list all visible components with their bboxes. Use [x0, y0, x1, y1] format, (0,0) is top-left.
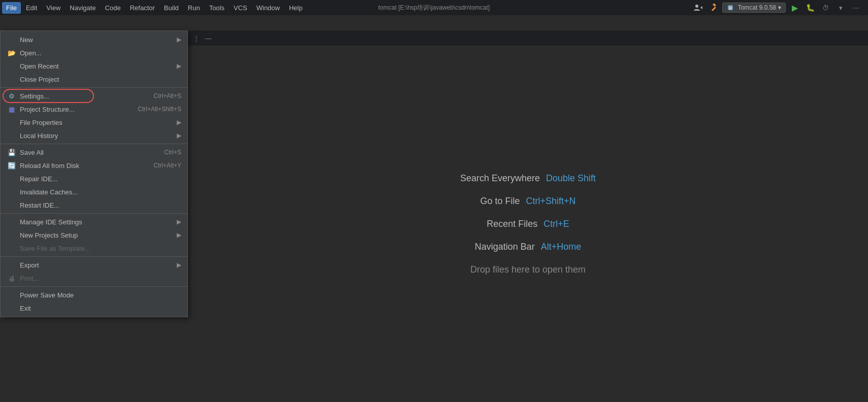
tabs-more-button[interactable]: ⋮ — [190, 32, 202, 44]
reload-shortcut: Ctrl+Alt+Y — [153, 162, 181, 169]
menu-navigate[interactable]: Navigate — [66, 2, 100, 14]
project-structure-shortcut: Ctrl+Alt+Shift+S — [138, 106, 181, 113]
menu-item-new-projects-setup[interactable]: New Projects Setup ▶ — [1, 228, 187, 242]
file-menu-dropdown: New ▶ 📂 Open... Open Recent ▶ Close Proj… — [0, 30, 188, 317]
menu-item-reload[interactable]: 🔄 Reload All from Disk Ctrl+Alt+Y — [1, 159, 187, 172]
menu-item-power-save-label: Power Save Mode — [20, 291, 181, 299]
save-icon: 💾 — [7, 149, 17, 156]
hint-nav-label: Navigation Bar — [475, 242, 535, 252]
menu-item-power-save[interactable]: Power Save Mode — [1, 288, 187, 302]
main-area: New ▶ 📂 Open... Open Recent ▶ Close Proj… — [0, 15, 868, 402]
folder-open-icon: 📂 — [7, 49, 17, 57]
menu-item-exit[interactable]: Exit — [1, 302, 187, 315]
menu-item-save-all[interactable]: 💾 Save All Ctrl+S — [1, 146, 187, 159]
menu-help[interactable]: Help — [285, 2, 307, 14]
menu-item-local-history[interactable]: Local History ▶ — [1, 129, 187, 142]
menu-item-open-label: Open... — [20, 49, 181, 57]
hint-goto-label: Go to File — [480, 196, 520, 207]
menu-vcs[interactable]: VCS — [230, 2, 251, 14]
run-button[interactable]: ▶ — [789, 2, 801, 14]
menu-item-settings[interactable]: ⚙ Settings... Ctrl+Alt+S — [1, 89, 187, 103]
menu-item-open-recent-label: Open Recent — [20, 62, 177, 70]
menu-item-invalidate-caches-label: Invalidate Caches... — [20, 188, 181, 196]
arrow-icon: ▶ — [177, 62, 181, 70]
menu-item-manage-ide-label: Manage IDE Settings — [20, 218, 177, 226]
menu-code[interactable]: Code — [101, 2, 125, 14]
run-config-label: Tomcat 9.0.58 — [738, 4, 776, 11]
file-dropdown-panel: New ▶ 📂 Open... Open Recent ▶ Close Proj… — [0, 30, 188, 317]
arrow-icon: ▶ — [177, 218, 181, 225]
menu-bar: File Edit View Navigate Code Refactor Bu… — [0, 0, 868, 15]
menu-item-export-label: Export — [20, 261, 177, 269]
arrow-icon: ▶ — [177, 261, 181, 269]
arrow-icon: ▶ — [177, 132, 181, 139]
menu-window[interactable]: Window — [252, 2, 284, 14]
menu-refactor[interactable]: Refactor — [126, 2, 159, 14]
menu-item-save-all-label: Save All — [20, 149, 144, 156]
drop-files-hint: Drop files here to open them — [470, 264, 586, 275]
toolbar-right: ⚙ Tomcat 9.0.58 ▾ ▶ 🐛 ⏱ ▾ ⋯ — [692, 2, 866, 14]
run-config-dropdown[interactable]: ⚙ Tomcat 9.0.58 ▾ — [722, 3, 786, 13]
content-area: Search Everywhere Double Shift Go to Fil… — [188, 46, 868, 402]
menu-item-close-project-label: Close Project — [20, 76, 181, 83]
menu-item-invalidate-caches[interactable]: Invalidate Caches... — [1, 185, 187, 198]
menu-item-project-structure-label: Project Structure... — [20, 106, 117, 113]
build-icon[interactable] — [707, 2, 719, 14]
menu-tools[interactable]: Tools — [205, 2, 229, 14]
hint-go-to-file: Go to File Ctrl+Shift+N — [480, 196, 575, 207]
grid-icon: ▦ — [7, 106, 17, 113]
hint-search-label: Search Everywhere — [460, 173, 540, 184]
arrow-icon: ▶ — [177, 36, 181, 43]
menu-item-manage-ide[interactable]: Manage IDE Settings ▶ — [1, 215, 187, 228]
menu-item-open[interactable]: 📂 Open... — [1, 46, 187, 59]
hint-recent-label: Recent Files — [487, 219, 537, 229]
menu-item-file-properties[interactable]: File Properties ▶ — [1, 116, 187, 129]
hint-search-shortcut: Double Shift — [546, 173, 596, 184]
arrow-icon: ▶ — [177, 119, 181, 126]
menu-file[interactable]: File — [2, 2, 21, 14]
hint-navigation-bar: Navigation Bar Alt+Home — [475, 242, 582, 252]
hint-search-everywhere: Search Everywhere Double Shift — [460, 173, 596, 184]
menu-item-repair-ide[interactable]: Repair IDE... — [1, 172, 187, 185]
debug-button[interactable]: 🐛 — [804, 2, 816, 14]
menu-item-open-recent[interactable]: Open Recent ▶ — [1, 59, 187, 73]
menu-item-repair-ide-label: Repair IDE... — [20, 175, 181, 183]
separator-1 — [1, 87, 187, 88]
window-controls[interactable]: ⋯ — [850, 2, 862, 14]
menu-item-restart-ide[interactable]: Restart IDE... — [1, 198, 187, 212]
menu-item-restart-ide-label: Restart IDE... — [20, 202, 181, 209]
menu-item-print: 🖨 Print... — [1, 272, 187, 285]
menu-item-new-label: New — [20, 36, 177, 44]
separator-4 — [1, 256, 187, 257]
svg-marker-1 — [700, 6, 702, 9]
print-icon: 🖨 — [7, 275, 17, 282]
menu-build[interactable]: Build — [160, 2, 183, 14]
menu-item-project-structure[interactable]: ▦ Project Structure... Ctrl+Alt+Shift+S — [1, 103, 187, 116]
menu-edit[interactable]: Edit — [22, 2, 41, 14]
more-run-options[interactable]: ▾ — [834, 2, 847, 14]
svg-rect-2 — [712, 7, 716, 11]
separator-3 — [1, 213, 187, 214]
separator-5 — [1, 286, 187, 287]
menu-run[interactable]: Run — [184, 2, 204, 14]
hint-recent-files: Recent Files Ctrl+E — [487, 219, 569, 229]
menu-item-save-template-label: Save File as Template... — [20, 245, 181, 252]
tabs-bar: ⋮ — — [188, 30, 868, 46]
menu-item-export[interactable]: Export ▶ — [1, 258, 187, 272]
menu-item-exit-label: Exit — [20, 305, 181, 312]
window-title: tomcat [E:\hsp培训\javaweb\csdn\tomcat] — [378, 4, 490, 12]
menu-item-close-project[interactable]: Close Project — [1, 73, 187, 86]
menu-view[interactable]: View — [42, 2, 65, 14]
menu-item-new[interactable]: New ▶ — [1, 33, 187, 46]
profile-button[interactable]: ⏱ — [819, 2, 831, 14]
menu-item-new-projects-setup-label: New Projects Setup — [20, 231, 177, 239]
settings-shortcut: Ctrl+Alt+S — [153, 92, 181, 99]
hint-nav-shortcut: Alt+Home — [541, 242, 582, 252]
menu-item-reload-label: Reload All from Disk — [20, 162, 133, 170]
dropdown-arrow-icon: ▾ — [778, 4, 781, 11]
tabs-collapse-button[interactable]: — — [202, 32, 214, 44]
hint-recent-shortcut: Ctrl+E — [543, 219, 569, 229]
user-icon[interactable] — [692, 2, 704, 14]
svg-text:⚙: ⚙ — [728, 6, 732, 11]
hint-goto-shortcut: Ctrl+Shift+N — [526, 196, 575, 207]
